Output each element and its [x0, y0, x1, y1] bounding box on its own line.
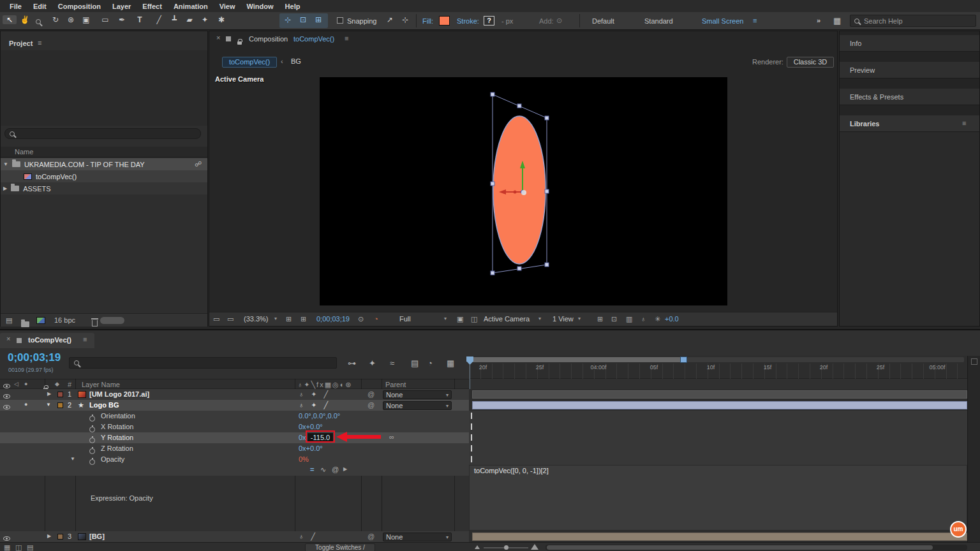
channels-icon[interactable]: ◔ [374, 315, 378, 323]
renderer-button[interactable]: Classic 3D [787, 57, 834, 68]
fill-label[interactable]: Fill: [422, 17, 433, 25]
project-panel-menu-icon[interactable]: ≡ [38, 39, 41, 47]
composition-viewport[interactable] [320, 77, 727, 305]
layer3-twirl-icon[interactable]: ▶ [47, 533, 51, 539]
z-rotation-stopwatch-icon[interactable] [89, 448, 95, 454]
resolution-chevron-icon[interactable]: ▾ [444, 316, 447, 321]
comp-marker-button[interactable] [971, 358, 977, 365]
layer2-label-chip[interactable] [57, 402, 63, 408]
menu-view[interactable]: View [214, 3, 241, 10]
y-rotation-revolutions[interactable]: 0x [299, 434, 306, 441]
expand-layer-switches-icon[interactable]: ▦ [4, 543, 10, 551]
current-time-display[interactable]: 0;00;03;19 [8, 351, 61, 364]
timeline-horizontal-scrollbar[interactable] [546, 545, 967, 550]
resolution-dropdown[interactable]: Full [399, 315, 411, 323]
pan-behind-tool[interactable]: ▣ [79, 15, 93, 24]
opacity-stopwatch-icon[interactable] [89, 459, 95, 465]
draft-3d-icon[interactable]: ✦ [369, 358, 376, 368]
property-row-opacity[interactable]: ▼ Opacity 0% [0, 454, 469, 465]
workspace-small-screen[interactable]: Small Screen [702, 17, 743, 25]
exposure-icon[interactable]: ✳ [655, 315, 660, 323]
opacity-name[interactable]: Opacity [101, 455, 124, 463]
flowchart-button-icon[interactable]: ♁ [641, 315, 646, 323]
x-rotation-stopwatch-icon[interactable] [89, 427, 95, 432]
project-row-tocompvec[interactable]: toCompVec() [1, 170, 207, 182]
toggle-switches-modes-button[interactable]: Toggle Switches / Modes [305, 543, 375, 551]
layer2-solo-dot[interactable]: ● [24, 401, 27, 408]
timeline-tab-label[interactable]: toCompVec() [28, 336, 71, 344]
expression-code-text[interactable]: toCompVec([0, 0, -1])[2] [474, 467, 549, 474]
expression-language-menu-icon[interactable]: ▶ [343, 466, 347, 472]
effects-presets-panel-header[interactable]: Effects & Presets [840, 89, 979, 105]
comp-tab-prefix[interactable]: Composition [249, 35, 288, 43]
view-chevron-icon[interactable]: ▾ [538, 316, 541, 321]
snap-option-b-icon[interactable]: ⊹ [398, 15, 412, 24]
comp-timecode[interactable]: 0;00;03;19 [316, 315, 350, 323]
bit-depth-button[interactable]: 16 bpc [54, 316, 75, 324]
project-row-ukramedia[interactable]: ▼ UKRAMEDIA.COM - TIP OF THE DAY ☍ [1, 158, 207, 170]
scrollbar-thumb[interactable] [547, 545, 933, 550]
delete-icon[interactable] [92, 320, 98, 327]
layer1-name[interactable]: [UM Logo 2017.ai] [89, 390, 149, 398]
fill-swatch[interactable] [439, 16, 450, 26]
stroke-label[interactable]: Stroke: [457, 17, 479, 25]
pixel-aspect-icon[interactable]: ⊞ [597, 315, 603, 323]
breadcrumb-active-comp[interactable]: toCompVec() [222, 57, 277, 68]
timeline-tab-menu-icon[interactable]: ≡ [83, 335, 87, 343]
transparency-grid-icon[interactable]: ◫ [471, 315, 477, 323]
motion-blur-icon[interactable]: ◔ [427, 358, 433, 368]
view-dropdown[interactable]: Active Camera [484, 315, 530, 323]
layer2-duration-bar[interactable] [472, 401, 967, 409]
menu-edit[interactable]: Edit [27, 3, 52, 10]
layer-name-column-label[interactable]: Layer Name [82, 381, 120, 388]
gizmo-position-tool[interactable]: ⊡ [296, 15, 310, 24]
layer1-switches[interactable]: ♁ ✦ ╱ [299, 390, 330, 399]
menu-animation[interactable]: Animation [168, 3, 214, 10]
layer1-parent-dropdown[interactable]: None ▾ [383, 390, 452, 399]
menu-help[interactable]: Help [279, 3, 306, 10]
grid-options-icon[interactable]: ⊞ [301, 315, 306, 323]
lock-icon[interactable] [237, 41, 242, 45]
zoom-in-icon[interactable] [531, 544, 538, 550]
project-flowchart-icon[interactable]: ▤ [6, 316, 12, 325]
layer3-parent-dropdown[interactable]: None ▾ [383, 533, 452, 541]
fast-previews-icon[interactable]: ⊡ [611, 315, 617, 323]
layer2-visibility-toggle[interactable] [3, 405, 10, 409]
comp-tab-name[interactable]: toCompVec() [293, 35, 334, 43]
layer1-twirl-icon[interactable]: ▶ [47, 391, 51, 397]
property-row-orientation[interactable]: Orientation 0.0°,0.0°,0.0° [0, 411, 469, 422]
z-rotation-value[interactable]: 0x+0.0° [299, 444, 323, 452]
parent-column-label[interactable]: Parent [385, 381, 406, 388]
puppet-pin-tool[interactable]: ✱ [214, 15, 228, 24]
expression-graph-icon[interactable]: ∿ [320, 466, 326, 474]
timeline-ruler-area[interactable]: 20f 25f 04:00f 05f 10f 15f 20f 25f 05:00… [469, 356, 967, 379]
layer2-parent-dropdown[interactable]: None ▾ [383, 401, 452, 410]
safe-guides-icon[interactable]: ⊞ [286, 315, 292, 323]
property-row-z-rotation[interactable]: Z Rotation 0x+0.0° [0, 443, 469, 454]
camera-tool[interactable]: ⊛ [64, 15, 78, 24]
timeline-button-icon[interactable]: ▥ [626, 315, 632, 323]
stroke-width-value[interactable]: - px [501, 17, 513, 25]
gizmo-universal-tool[interactable]: ⊹ [281, 15, 295, 24]
menu-effect[interactable]: Effect [137, 3, 168, 10]
info-panel-header[interactable]: Info [840, 35, 979, 52]
view-layout-dropdown[interactable]: 1 View [553, 315, 574, 323]
shy-layers-icon[interactable]: ≈ [390, 358, 394, 368]
graph-editor-icon[interactable]: ▦ [447, 358, 454, 368]
project-name-header[interactable]: Name [1, 147, 207, 158]
zoom-out-icon[interactable] [475, 545, 480, 549]
project-panel-tab[interactable]: Project [9, 40, 33, 47]
menu-layer[interactable]: Layer [107, 3, 137, 10]
orientation-value[interactable]: 0.0°,0.0°,0.0° [299, 412, 340, 420]
libraries-menu-icon[interactable]: ≡ [962, 119, 966, 127]
opacity-twirl-icon[interactable]: ▼ [70, 456, 75, 462]
layer2-parent-pickwhip-icon[interactable]: @ [368, 401, 375, 409]
layer3-parent-pickwhip-icon[interactable]: @ [368, 533, 375, 540]
timeline-tab-close-icon[interactable]: × [6, 335, 10, 342]
comp-panel-menu-icon[interactable]: ≡ [345, 34, 348, 42]
workspace-menu-icon[interactable]: ≡ [753, 17, 757, 24]
layer2-switches[interactable]: ♁ ✦ ╱ [299, 401, 330, 409]
project-search-field[interactable] [4, 128, 201, 139]
magnification-value[interactable]: (33.3%) [244, 315, 269, 323]
pen-tool[interactable]: ✒ [115, 15, 129, 24]
